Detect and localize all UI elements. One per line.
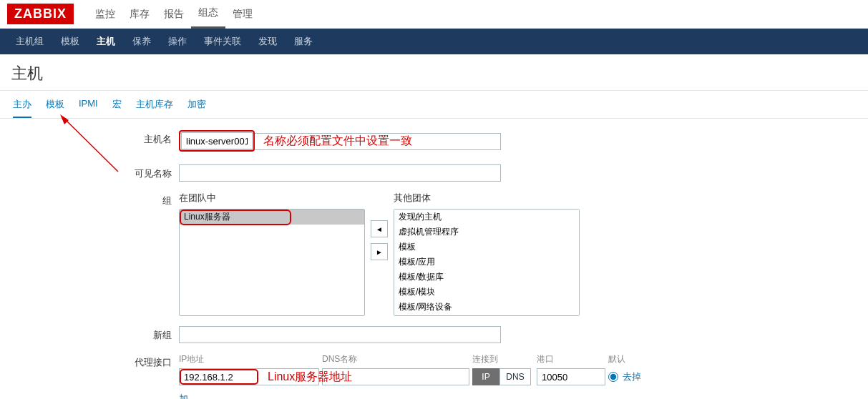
list-item[interactable]: 模板/应用 [394, 255, 579, 270]
subnav-service[interactable]: 服务 [286, 29, 321, 54]
top-nav-monitor[interactable]: 监控 [88, 0, 122, 29]
subnav-action[interactable]: 操作 [160, 29, 195, 54]
default-radio[interactable] [608, 372, 618, 382]
list-item[interactable]: 模板/模块 [394, 285, 579, 300]
top-nav-admin[interactable]: 管理 [225, 0, 260, 29]
hostname-input[interactable] [181, 132, 253, 149]
visible-label: 可见名称 [0, 164, 179, 180]
other-groups-label: 其他团体 [394, 192, 580, 205]
top-nav-report[interactable]: 报告 [157, 0, 191, 29]
subnav-template[interactable]: 模板 [52, 29, 88, 54]
subnav-host[interactable]: 主机 [88, 29, 124, 54]
zabbix-logo: ZABBIX [7, 4, 74, 24]
new-group-input[interactable] [179, 326, 501, 343]
in-groups-label: 在团队中 [179, 192, 365, 205]
tab-macro[interactable]: 宏 [112, 98, 122, 118]
ip-col-label: IP地址 [179, 353, 322, 365]
hostname-annotation: 名称必须配置文件中设置一致 [263, 134, 412, 147]
port-col-label: 港口 [537, 353, 608, 365]
conn-dns-button[interactable]: DNS [499, 368, 531, 385]
top-nav-inventory[interactable]: 库存 [122, 0, 157, 29]
top-nav-config[interactable]: 组态 [191, 0, 225, 29]
iface-label: 代理接口 [0, 353, 179, 369]
list-item[interactable]: 模板/数据库 [394, 270, 579, 285]
other-groups-listbox[interactable]: 发现的主机 虚拟机管理程序 模板 模板/应用 模板/数据库 模板/模块 模板/网… [394, 209, 580, 316]
hostname-label: 主机名 [0, 130, 179, 146]
list-item[interactable]: 模板/操作系统 [394, 315, 579, 316]
list-item[interactable]: 模板 [394, 240, 579, 255]
add-iface-link[interactable]: 加 [179, 393, 188, 399]
tab-encrypt[interactable]: 加密 [187, 98, 206, 118]
conn-col-label: 连接到 [472, 353, 537, 365]
tab-inventory[interactable]: 主机库存 [136, 98, 173, 118]
subnav-discover[interactable]: 发现 [250, 29, 286, 54]
dns-col-label: DNS名称 [322, 353, 472, 365]
groups-label: 组 [0, 192, 179, 207]
list-item[interactable]: 发现的主机 [394, 210, 579, 225]
subnav-eventcorr[interactable]: 事件关联 [195, 29, 250, 54]
visible-name-input[interactable] [179, 164, 501, 182]
list-item[interactable]: 模板/网络设备 [394, 300, 579, 315]
conn-ip-button[interactable]: IP [472, 368, 499, 385]
tab-bar: 主办 模板 IPMI 宏 主机库存 加密 [0, 91, 868, 119]
move-left-button[interactable]: ◄ [371, 220, 388, 237]
ip-annotation: Linux服务器地址 [268, 370, 352, 385]
subnav-maintain[interactable]: 保养 [124, 29, 160, 54]
tab-template[interactable]: 模板 [46, 98, 64, 118]
newgroup-label: 新组 [0, 326, 179, 342]
tab-ipmi[interactable]: IPMI [79, 98, 98, 118]
move-right-button[interactable]: ► [371, 243, 388, 260]
page-title: 主机 [0, 54, 868, 91]
port-input[interactable] [537, 368, 605, 385]
list-item[interactable]: 虚拟机管理程序 [394, 225, 579, 240]
top-menu-bar: ZABBIX 监控 库存 报告 组态 管理 [0, 0, 868, 29]
tab-host[interactable]: 主办 [13, 98, 31, 118]
subnav-hostgroup[interactable]: 主机组 [7, 29, 52, 54]
in-groups-listbox[interactable]: Linux服务器 [179, 209, 365, 316]
hostname-highlight [179, 130, 255, 152]
host-form: 主机名 名称必须配置文件中设置一致 document.querySelector… [0, 119, 868, 399]
list-item[interactable]: Linux服务器 [180, 210, 364, 225]
remove-link[interactable]: 去掉 [623, 370, 641, 383]
default-col-label: 默认 [608, 353, 665, 365]
sub-menu-bar: 主机组 模板 主机 保养 操作 事件关联 发现 服务 [0, 29, 868, 54]
